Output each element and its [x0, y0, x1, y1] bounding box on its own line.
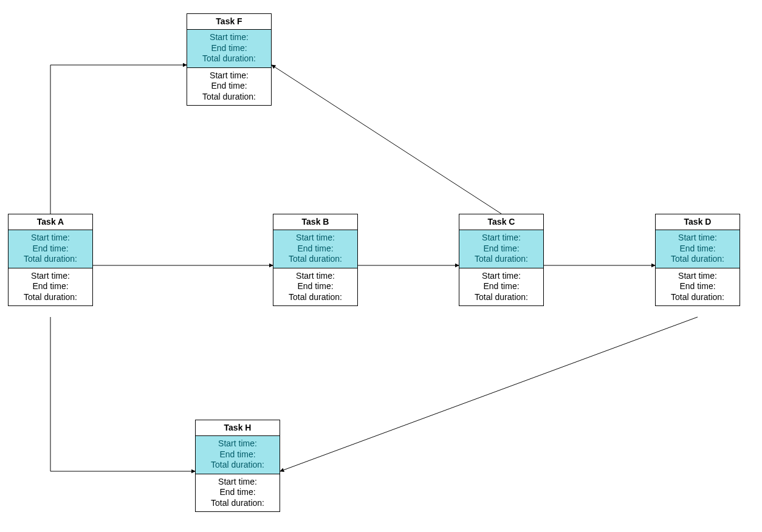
start-time-label: Start time: — [196, 477, 280, 488]
end-time-label: End time: — [459, 281, 543, 292]
end-time-label: End time: — [273, 244, 357, 254]
total-duration-label: Total duration: — [656, 254, 740, 265]
edge-d-h — [280, 317, 698, 471]
task-title: Task H — [196, 420, 280, 436]
end-time-label: End time: — [196, 449, 280, 460]
task-title: Task F — [187, 14, 271, 30]
task-scheduled-block: Start time: End time: Total duration: — [196, 436, 280, 474]
total-duration-label: Total duration: — [9, 254, 92, 265]
total-duration-label: Total duration: — [196, 498, 280, 509]
task-actual-block: Start time: End time: Total duration: — [187, 68, 271, 106]
end-time-label: End time: — [273, 281, 357, 292]
edges-layer — [0, 0, 762, 532]
task-node-a: Task A Start time: End time: Total durat… — [8, 214, 93, 306]
task-scheduled-block: Start time: End time: Total duration: — [9, 230, 92, 268]
task-actual-block: Start time: End time: Total duration: — [273, 268, 357, 306]
task-title: Task D — [656, 214, 740, 230]
end-time-label: End time: — [9, 244, 92, 254]
total-duration-label: Total duration: — [187, 53, 271, 64]
task-scheduled-block: Start time: End time: Total duration: — [273, 230, 357, 268]
edge-a-h — [50, 317, 195, 471]
start-time-label: Start time: — [9, 271, 92, 282]
task-title: Task A — [9, 214, 92, 230]
task-actual-block: Start time: End time: Total duration: — [9, 268, 92, 306]
task-scheduled-block: Start time: End time: Total duration: — [459, 230, 543, 268]
task-node-f: Task F Start time: End time: Total durat… — [187, 13, 272, 106]
total-duration-label: Total duration: — [459, 292, 543, 303]
end-time-label: End time: — [196, 487, 280, 498]
task-node-c: Task C Start time: End time: Total durat… — [459, 214, 544, 306]
start-time-label: Start time: — [459, 233, 543, 244]
total-duration-label: Total duration: — [459, 254, 543, 265]
start-time-label: Start time: — [273, 271, 357, 282]
end-time-label: End time: — [656, 244, 740, 254]
diagram-canvas: { "labels": { "start": "Start time:", "e… — [0, 0, 762, 532]
end-time-label: End time: — [9, 281, 92, 292]
total-duration-label: Total duration: — [273, 292, 357, 303]
total-duration-label: Total duration: — [656, 292, 740, 303]
task-node-d: Task D Start time: End time: Total durat… — [655, 214, 740, 306]
end-time-label: End time: — [459, 244, 543, 254]
start-time-label: Start time: — [656, 233, 740, 244]
start-time-label: Start time: — [459, 271, 543, 282]
edge-c-f — [272, 65, 501, 214]
total-duration-label: Total duration: — [273, 254, 357, 265]
task-title: Task B — [273, 214, 357, 230]
end-time-label: End time: — [187, 43, 271, 54]
total-duration-label: Total duration: — [196, 460, 280, 471]
task-actual-block: Start time: End time: Total duration: — [459, 268, 543, 306]
start-time-label: Start time: — [196, 438, 280, 449]
edge-a-f — [50, 65, 187, 214]
end-time-label: End time: — [187, 81, 271, 92]
task-scheduled-block: Start time: End time: Total duration: — [187, 30, 271, 68]
start-time-label: Start time: — [187, 70, 271, 81]
task-actual-block: Start time: End time: Total duration: — [196, 474, 280, 512]
start-time-label: Start time: — [9, 233, 92, 244]
end-time-label: End time: — [656, 281, 740, 292]
start-time-label: Start time: — [273, 233, 357, 244]
total-duration-label: Total duration: — [9, 292, 92, 303]
task-title: Task C — [459, 214, 543, 230]
task-node-h: Task H Start time: End time: Total durat… — [195, 420, 280, 512]
task-actual-block: Start time: End time: Total duration: — [656, 268, 740, 306]
start-time-label: Start time: — [656, 271, 740, 282]
task-node-b: Task B Start time: End time: Total durat… — [273, 214, 358, 306]
start-time-label: Start time: — [187, 32, 271, 43]
task-scheduled-block: Start time: End time: Total duration: — [656, 230, 740, 268]
total-duration-label: Total duration: — [187, 92, 271, 103]
